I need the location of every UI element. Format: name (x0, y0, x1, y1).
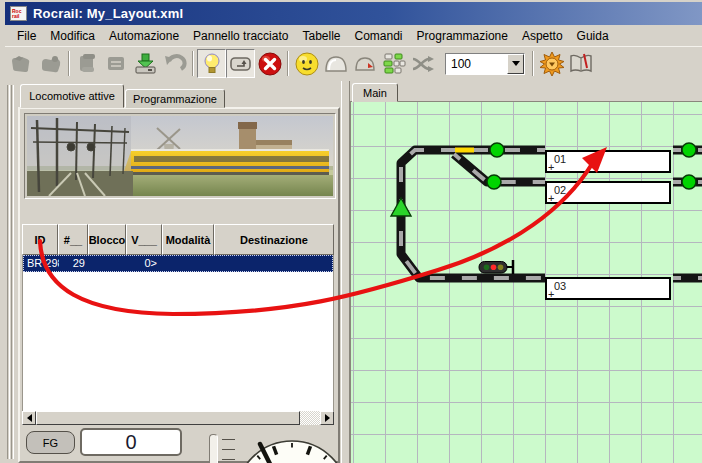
window-title: Rocrail: My_Layout.xml (33, 6, 183, 21)
cell-id: BR 298 (24, 256, 59, 271)
menu-guida[interactable]: Guida (570, 27, 616, 45)
col-num[interactable]: #__ (58, 224, 88, 255)
speedometer-gauge: Rocrail (231, 434, 355, 463)
rocrail-logo-icon: Roc rail (10, 6, 27, 21)
menu-bar: File Modifica Automazione Pannello tracc… (5, 25, 702, 46)
menu-file[interactable]: File (10, 27, 43, 45)
left-panel: Locomotive attive Programmazione (17, 81, 341, 463)
emergency-stop-icon[interactable] (255, 49, 284, 78)
cell-num: 29 (59, 256, 88, 271)
horizontal-scrollbar[interactable] (22, 411, 334, 425)
signal-green-2[interactable] (487, 175, 501, 189)
save-icon[interactable] (131, 49, 160, 78)
signal-green-1[interactable] (490, 143, 504, 157)
speed-display: 0 (80, 428, 182, 456)
help-book-icon[interactable] (566, 49, 595, 78)
panel-splitter[interactable] (341, 81, 350, 463)
tables-icon[interactable] (102, 49, 131, 78)
table-row-br298[interactable]: BR 298 29 0> (23, 255, 333, 272)
menu-programmazione[interactable]: Programmazione (410, 27, 515, 45)
menu-automazione[interactable]: Automazione (102, 27, 186, 45)
open-icon[interactable] (36, 49, 65, 78)
undo-icon[interactable] (160, 49, 189, 78)
automode-icon[interactable] (226, 49, 255, 78)
toolbar-separator (192, 51, 194, 76)
toolbar-separator (532, 51, 534, 76)
col-destinazione[interactable]: Destinazione (214, 224, 334, 255)
scrollbar-thumb[interactable] (36, 411, 300, 425)
speed-slider[interactable] (209, 434, 218, 463)
throttle-icon[interactable] (321, 49, 350, 78)
block-01[interactable]: 01+ (545, 150, 671, 173)
scroll-right-icon[interactable] (320, 411, 334, 425)
menu-pannello-tracciato[interactable]: Pannello tracciato (186, 27, 295, 45)
block-02[interactable]: 02+ (545, 181, 671, 204)
col-id[interactable]: ID (22, 224, 58, 255)
table-header-row: ID #__ Blocco V___ Modalità Destinazione (22, 224, 334, 255)
menu-modifica[interactable]: Modifica (43, 27, 102, 45)
locomotive-list[interactable]: BR 298 29 0> (22, 255, 334, 411)
left-sash[interactable] (5, 81, 17, 463)
smiley-icon[interactable] (292, 49, 321, 78)
zoom-combo-dropdown-icon[interactable] (507, 54, 524, 74)
controller-icon[interactable] (350, 49, 379, 78)
tab-programmazione[interactable]: Programmazione (125, 89, 225, 108)
cell-destinazione (211, 256, 332, 271)
settings-icon[interactable] (537, 49, 566, 78)
power-lamp-icon[interactable] (197, 49, 226, 78)
scrollbar-track[interactable] (300, 411, 320, 425)
menu-comandi[interactable]: Comandi (348, 27, 410, 45)
layout-panel: Main (350, 81, 702, 463)
locomotive-table: ID #__ Blocco V___ Modalità Destinazione (22, 224, 334, 255)
zoom-combo[interactable]: 100 (445, 53, 525, 75)
cell-modalita (160, 256, 211, 271)
menu-tabelle[interactable]: Tabelle (295, 27, 347, 45)
fg-button[interactable]: FG (26, 431, 75, 454)
title-bar[interactable]: Roc rail Rocrail: My_Layout.xml (5, 2, 702, 25)
signal-green-4[interactable] (682, 175, 696, 189)
col-v[interactable]: V___ (126, 224, 162, 255)
locomotive-panel-body: ID #__ Blocco V___ Modalità Destinazione… (18, 107, 340, 463)
index-icon[interactable] (73, 49, 102, 78)
workspace-icon[interactable] (7, 49, 36, 78)
zoom-combo-value[interactable]: 100 (446, 54, 507, 74)
toolbar-separator (287, 51, 289, 76)
signal-green-3[interactable] (682, 143, 696, 157)
cell-blocco (88, 256, 125, 271)
dwarf-signal[interactable] (479, 260, 513, 274)
toolbar-separator (68, 51, 70, 76)
track-plan-canvas[interactable]: 01+ 02+ 03+ (350, 101, 702, 463)
direction-arrow-icon[interactable] (391, 198, 411, 216)
col-modalita[interactable]: Modalità (162, 224, 214, 255)
menu-aspetto[interactable]: Aspetto (515, 27, 570, 45)
col-blocco[interactable]: Blocco (88, 224, 126, 255)
tab-locomotive-attive[interactable]: Locomotive attive (20, 84, 124, 108)
scroll-left-icon[interactable] (22, 411, 36, 425)
tab-main[interactable]: Main (352, 83, 398, 102)
block-03[interactable]: 03+ (545, 277, 671, 300)
exchange-icon[interactable] (408, 49, 437, 78)
locomotive-photo (24, 113, 336, 199)
toolbar: 100 (5, 46, 702, 80)
cell-v: 0> (125, 256, 160, 271)
routes-icon[interactable] (379, 49, 408, 78)
rocrail-window: Roc rail Rocrail: My_Layout.xml File Mod… (0, 0, 702, 463)
